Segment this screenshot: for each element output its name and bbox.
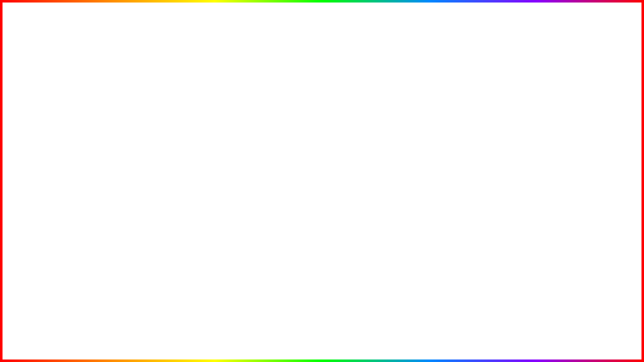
autorebirth-toggle[interactable] (168, 218, 174, 224)
exclaim-1-dot (515, 95, 524, 104)
forest-label: Forest Lv_3 (95, 232, 126, 239)
floor-patch-green (257, 272, 347, 362)
panel-item-autopush[interactable]: Auto Push (49, 257, 180, 272)
angel-foot-left (516, 314, 546, 327)
bg-char-1-head (194, 98, 229, 133)
autotrain-toggle[interactable] (168, 188, 174, 194)
autofarm-toggle[interactable]: - (172, 172, 174, 179)
new-label-bottom: NEW (111, 270, 195, 312)
forest-arrow: > (130, 231, 134, 239)
bg-char-2-head (237, 88, 271, 121)
panel-item-autorebirth[interactable]: Auto Rebirth (49, 214, 180, 229)
ugc-card: FREE UGC (408, 108, 508, 229)
panel-submenu-forest[interactable]: Forest Lv_3 > (49, 229, 180, 242)
new-badge-text: NEW (3, 1, 36, 33)
autonpc-toggle[interactable] (158, 246, 174, 253)
ugc-content (409, 142, 507, 222)
exclaim-3-dot3 (541, 99, 548, 106)
title-line1: PUSH SIMULATOR (0, 8, 644, 45)
autonpc-label: Auto NPC (55, 245, 85, 253)
autopush-label: Auto Push (55, 260, 86, 268)
angel-visor (522, 168, 570, 191)
autofarm-label: Auto Farm (55, 172, 86, 179)
exclaim-2-dot (529, 95, 538, 104)
angel-foot-right (574, 314, 604, 327)
new-badge-topleft: NEW (0, 0, 60, 60)
ugc-ugc-text: UGC (446, 125, 470, 138)
panel-item-autonpc[interactable]: Auto NPC (49, 242, 180, 257)
autopush-toggle[interactable] (158, 261, 174, 268)
panel-yt: YT: Tora IsMe (49, 315, 180, 329)
angel-arm-right (601, 194, 624, 239)
gold-angel-character (488, 126, 629, 347)
panel-item-autotrain[interactable]: Auto Train ↖ (49, 184, 180, 199)
exclaim-1-bar (514, 65, 525, 93)
angel-hand-left (491, 234, 511, 254)
angel-hand-right (606, 234, 626, 254)
panel-item-autofarm[interactable]: Auto Farm - (49, 168, 180, 184)
panel-item-autodumbell[interactable]: Auto Dumbell (49, 199, 180, 214)
autorebirth-label: Auto Rebirth (55, 217, 92, 225)
exclamation-marks (514, 65, 548, 106)
autodumbell-toggle[interactable] (168, 203, 174, 209)
panel-title: PUSH SIMULATOR (49, 155, 180, 168)
autotrain-label: Auto Train (55, 187, 85, 195)
svg-marker-0 (219, 221, 307, 261)
exclaim-2-bar (528, 65, 539, 93)
ugc-top-text: FREE UGC (409, 110, 507, 142)
exclaim-3-dot1 (541, 80, 548, 87)
exclaim-3-dot2 (541, 89, 548, 97)
ugc-free-text: FREE (443, 113, 473, 126)
angel-leg-right (574, 274, 596, 319)
big-arrow (216, 211, 317, 274)
autohatch-label: Auto Hatch (55, 276, 88, 283)
autodumbell-label: Auto Dumbell (55, 202, 95, 210)
angel-leg-left (521, 274, 543, 319)
